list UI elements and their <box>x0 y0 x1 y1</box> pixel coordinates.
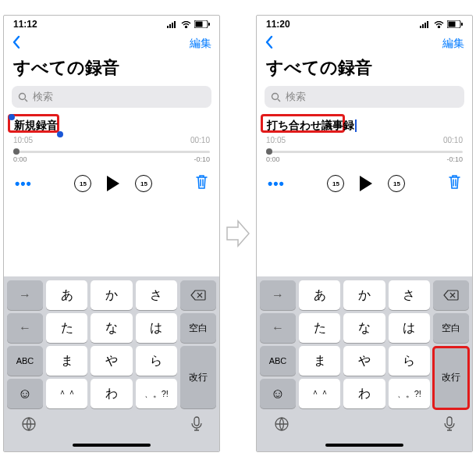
more-button[interactable]: ••• <box>268 176 285 192</box>
key-backspace[interactable] <box>433 280 469 310</box>
backspace-icon <box>443 290 459 301</box>
key-wa[interactable]: わ <box>91 379 132 408</box>
scrubber-knob[interactable] <box>266 148 272 155</box>
search-input[interactable]: 検索 <box>265 86 464 108</box>
scrubber-start: 0:00 <box>13 155 27 163</box>
key-ma[interactable]: ま <box>299 346 340 376</box>
skip-forward-15-button[interactable]: 15 <box>135 175 152 192</box>
search-placeholder: 検索 <box>286 90 306 104</box>
key-ka[interactable]: か <box>91 280 132 310</box>
key-ra[interactable]: ら <box>136 346 177 376</box>
keyboard: → あ か さ ← た な は 空白 ABC ま や ら 改行 ☺ ＾＾ わ <box>257 276 472 451</box>
key-symbol[interactable]: ＾＾ <box>299 379 340 408</box>
key-ta[interactable]: た <box>299 313 340 343</box>
scrubber-labels: 0:00 -0:10 <box>13 155 210 163</box>
page-title: すべての録音 <box>257 56 472 86</box>
key-ra[interactable]: ら <box>389 346 430 376</box>
battery-icon <box>194 20 210 28</box>
play-button[interactable] <box>105 175 121 192</box>
svg-rect-3 <box>174 21 176 28</box>
key-ma[interactable]: ま <box>46 346 87 376</box>
home-indicator[interactable] <box>73 444 151 447</box>
recording-name-field[interactable]: 新規録音 <box>12 117 60 134</box>
dictation-button[interactable] <box>444 416 455 436</box>
skip-back-15-button[interactable]: 15 <box>327 175 344 192</box>
key-punct[interactable]: 、。?! <box>389 379 430 408</box>
key-return[interactable]: 改行 <box>180 346 216 408</box>
backspace-icon <box>190 290 206 301</box>
key-ha[interactable]: は <box>136 313 177 343</box>
globe-button[interactable] <box>21 416 37 436</box>
key-emoji[interactable]: ☺ <box>260 379 296 408</box>
key-prev-candidate[interactable]: ← <box>260 313 296 343</box>
key-emoji[interactable]: ☺ <box>7 379 43 408</box>
key-abc[interactable]: ABC <box>7 346 43 376</box>
globe-button[interactable] <box>274 416 290 436</box>
recording-name-field[interactable]: 打ち合わせ議事録 <box>265 117 359 134</box>
key-next-candidate[interactable]: → <box>7 280 43 310</box>
keyboard-bottom-row <box>4 412 219 440</box>
home-indicator[interactable] <box>325 444 403 447</box>
play-button[interactable] <box>358 175 374 192</box>
recording-timestamp: 10:05 <box>13 136 33 144</box>
scrubber[interactable]: 0:00 -0:10 <box>4 148 219 163</box>
key-na[interactable]: な <box>91 313 132 343</box>
recording-meta-row: 10:05 00:10 <box>4 134 219 148</box>
scrubber-knob[interactable] <box>13 148 20 155</box>
key-ha[interactable]: は <box>389 313 430 343</box>
edit-button[interactable]: 編集 <box>442 37 464 51</box>
key-backspace[interactable] <box>180 280 216 310</box>
key-a[interactable]: あ <box>46 280 87 310</box>
more-button[interactable]: ••• <box>15 176 32 192</box>
skip-forward-15-button[interactable]: 15 <box>388 175 405 192</box>
key-ya[interactable]: や <box>91 346 132 376</box>
key-ka[interactable]: か <box>343 280 385 310</box>
back-button[interactable] <box>12 35 21 52</box>
edit-button[interactable]: 編集 <box>190 37 211 51</box>
scrubber-track[interactable] <box>13 151 210 153</box>
key-punct[interactable]: 、。?! <box>136 379 177 408</box>
key-return[interactable]: 改行 <box>433 346 469 408</box>
key-a[interactable]: あ <box>299 280 340 310</box>
scrubber-end: -0:10 <box>194 155 210 163</box>
key-prev-candidate[interactable]: ← <box>7 313 43 343</box>
trash-icon <box>195 174 208 190</box>
svg-rect-2 <box>172 23 173 28</box>
svg-rect-11 <box>420 26 421 28</box>
svg-line-19 <box>278 99 280 102</box>
recording-name-row: 打ち合わせ議事録 <box>257 114 472 134</box>
delete-button[interactable] <box>448 174 461 193</box>
search-icon <box>18 92 28 102</box>
dictation-button[interactable] <box>191 416 202 436</box>
scrubber-end: -0:10 <box>446 155 463 163</box>
key-sa[interactable]: さ <box>389 280 430 310</box>
key-abc[interactable]: ABC <box>260 346 296 376</box>
play-icon <box>105 175 121 192</box>
phone-right: 11:20 編集 すべての録音 検索 打ち合わせ議事録 10:05 <box>256 15 473 452</box>
scrubber[interactable]: 0:00 -0:10 <box>257 148 472 163</box>
key-space[interactable]: 空白 <box>433 313 469 343</box>
key-space[interactable]: 空白 <box>180 313 216 343</box>
key-next-candidate[interactable]: → <box>260 280 296 310</box>
keyboard-bottom-row <box>257 412 472 440</box>
recording-duration: 00:10 <box>443 136 463 144</box>
selection-handle-start[interactable] <box>9 114 15 120</box>
selection-handle-end[interactable] <box>57 131 63 137</box>
key-ta[interactable]: た <box>46 313 87 343</box>
globe-icon <box>21 416 37 432</box>
battery-icon <box>447 20 463 28</box>
scrubber-track[interactable] <box>266 151 463 153</box>
svg-rect-12 <box>422 24 424 28</box>
delete-button[interactable] <box>195 174 208 193</box>
page-title: すべての録音 <box>4 56 219 86</box>
key-na[interactable]: な <box>343 313 385 343</box>
search-input[interactable]: 検索 <box>12 86 211 108</box>
key-wa[interactable]: わ <box>343 379 385 408</box>
svg-rect-13 <box>424 23 426 28</box>
key-ya[interactable]: や <box>343 346 385 376</box>
skip-back-15-button[interactable]: 15 <box>74 175 91 192</box>
scrubber-labels: 0:00 -0:10 <box>266 155 463 163</box>
key-sa[interactable]: さ <box>136 280 177 310</box>
key-symbol[interactable]: ＾＾ <box>46 379 87 408</box>
back-button[interactable] <box>265 35 274 52</box>
